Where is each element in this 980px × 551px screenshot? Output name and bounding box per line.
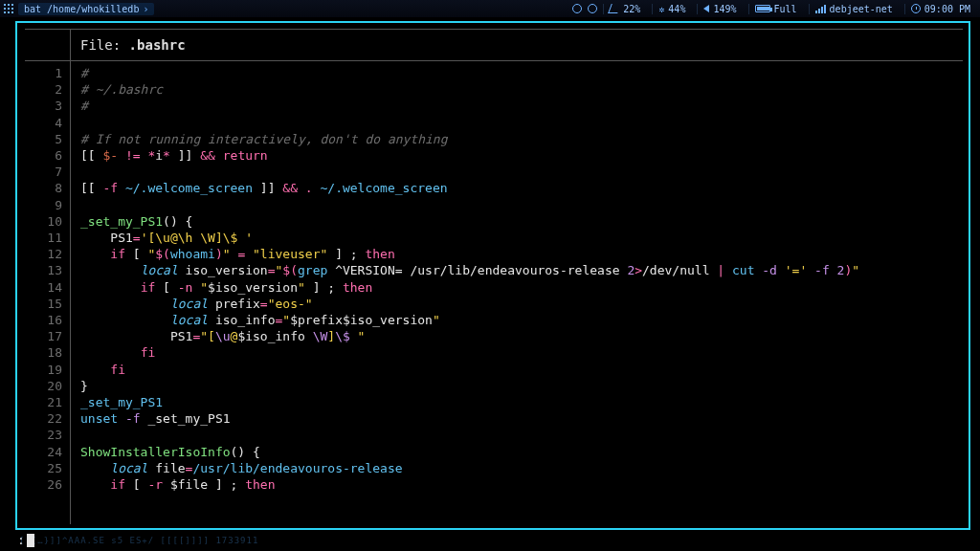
cursor-block xyxy=(27,534,34,547)
window-title-chip[interactable]: bat /home/whokilledb › xyxy=(18,3,154,15)
battery-icon xyxy=(755,5,770,12)
code-line: local iso_version="$(grep ^VERSION= /usr… xyxy=(80,262,963,278)
cpu2-value: 44% xyxy=(668,4,685,14)
line-number: 7 xyxy=(25,164,62,180)
background-noise: [[{…}]]^AAA.SE s5 ES+/ [[[[]]]] 1733911 xyxy=(0,536,980,551)
line-number: 22 xyxy=(25,410,62,427)
code-line xyxy=(80,164,963,180)
pager-frame: File: .bashrc 12345678910111213141516171… xyxy=(15,21,970,530)
code-line: PS1="[\u@$iso_info \W]\$ " xyxy=(80,328,963,344)
code-line xyxy=(80,427,963,443)
code-line: fi xyxy=(80,362,963,378)
refresh-icon[interactable] xyxy=(588,4,597,13)
line-number: 14 xyxy=(25,279,62,296)
line-number: 5 xyxy=(25,131,62,147)
code-line: _set_my_PS1 xyxy=(80,394,963,410)
chevron-right-icon: › xyxy=(143,4,148,14)
file-name: .bashrc xyxy=(129,37,186,53)
line-number: 15 xyxy=(25,296,62,312)
gauge-icon: ✲ xyxy=(658,4,664,14)
clock-icon xyxy=(911,4,921,13)
battery-segment: Full xyxy=(748,4,803,14)
cpu2-segment: ✲ 44% xyxy=(652,4,691,14)
code-line: local file=/usr/lib/endeavouros-release xyxy=(80,460,963,476)
code-line: ShowInstallerIsoInfo() { xyxy=(80,444,963,460)
line-number: 19 xyxy=(25,362,62,378)
code-line: local prefix="eos-" xyxy=(80,296,963,312)
line-number: 25 xyxy=(25,460,62,476)
network-name: debjeet-net xyxy=(830,4,893,14)
line-number: 23 xyxy=(25,427,62,443)
line-number: 20 xyxy=(25,378,62,394)
code-line: local iso_info="$prefix$iso_version" xyxy=(80,312,963,328)
line-number: 1 xyxy=(25,65,62,81)
line-number: 13 xyxy=(25,262,62,278)
code-line: } xyxy=(80,378,963,394)
code-line: unset -f _set_my_PS1 xyxy=(80,410,963,427)
cpu1-value: 22% xyxy=(623,4,640,14)
line-number: 18 xyxy=(25,344,62,361)
code-line xyxy=(80,115,963,131)
code-line: [[ -f ~/.welcome_screen ]] && . ~/.welco… xyxy=(80,180,963,196)
code-line: if [ -n "$iso_version" ] ; then xyxy=(80,279,963,296)
line-number: 21 xyxy=(25,394,62,410)
code-line: if [ -r $file ] ; then xyxy=(80,476,963,493)
line-number: 16 xyxy=(25,312,62,328)
code-line: _set_my_PS1() { xyxy=(80,213,963,230)
line-number: 12 xyxy=(25,246,62,262)
line-number: 8 xyxy=(25,180,62,196)
apps-grid-icon[interactable] xyxy=(4,4,14,14)
line-number: 3 xyxy=(25,98,62,114)
code-line: PS1='[\u@\h \W]\$ ' xyxy=(80,230,963,246)
pager-prompt[interactable]: : xyxy=(17,533,34,547)
brightness-icon[interactable] xyxy=(572,4,582,13)
system-top-bar: bat /home/whokilledb › 22% ✲ 44% 149% Fu… xyxy=(0,0,980,17)
network-segment[interactable]: debjeet-net xyxy=(809,4,899,14)
line-number: 11 xyxy=(25,230,62,246)
code-line: fi xyxy=(80,344,963,361)
code-line: # If not running interactively, don't do… xyxy=(80,131,963,147)
code-line: # ~/.bashrc xyxy=(80,81,963,98)
line-number: 6 xyxy=(25,147,62,164)
clock-segment: 09:00 PM xyxy=(904,4,976,14)
clock-value: 09:00 PM xyxy=(924,4,970,14)
file-label: File: xyxy=(80,37,121,53)
line-number: 17 xyxy=(25,328,62,344)
battery-label: Full xyxy=(774,4,797,14)
line-number-gutter: 1234567891011121314151617181920212223242… xyxy=(25,61,71,524)
line-number: 10 xyxy=(25,213,62,230)
download-icon xyxy=(608,4,621,13)
line-number: 26 xyxy=(25,476,62,493)
line-number: 2 xyxy=(25,81,62,98)
code-line: if [ "$(whoami)" = "liveuser" ] ; then xyxy=(80,246,963,262)
line-number: 4 xyxy=(25,115,62,131)
volume-value: 149% xyxy=(713,4,736,14)
line-number: 9 xyxy=(25,197,62,213)
code-line: # xyxy=(80,98,963,114)
prompt-char: : xyxy=(17,533,25,547)
code-line xyxy=(80,197,963,213)
code-line: # xyxy=(80,65,963,81)
signal-icon xyxy=(815,5,826,13)
window-title-text: bat /home/whokilledb xyxy=(24,4,139,14)
volume-icon xyxy=(703,5,709,12)
code-area[interactable]: ## ~/.bashrc# # If not running interacti… xyxy=(71,61,963,524)
cpu1-segment: 22% xyxy=(603,4,646,14)
volume-segment[interactable]: 149% xyxy=(697,4,742,14)
file-header: File: .bashrc xyxy=(25,29,963,61)
line-number: 24 xyxy=(25,444,62,460)
code-line: [[ $- != *i* ]] && return xyxy=(80,147,963,164)
